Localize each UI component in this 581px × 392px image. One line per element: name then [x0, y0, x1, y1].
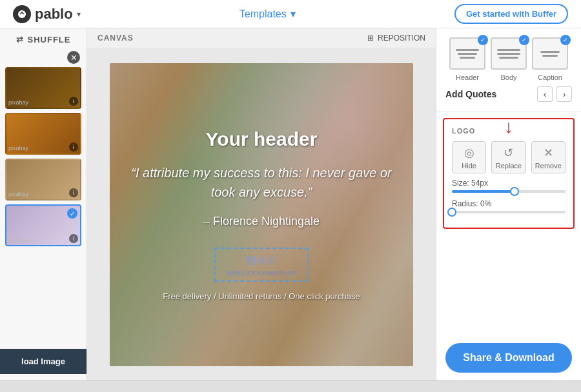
header-line1	[456, 49, 479, 51]
replace-icon: ↺	[504, 146, 513, 160]
size-slider-thumb[interactable]	[510, 187, 519, 196]
caption-style-label: Caption	[538, 74, 562, 81]
canvas-toolbar: CANVAS ⊞ REPOSITION	[87, 28, 436, 48]
reposition-button[interactable]: ⊞ REPOSITION	[367, 34, 425, 43]
templates-chevron-icon: ▾	[290, 8, 296, 20]
eye-icon: ◎	[464, 146, 474, 160]
canvas-logo-box[interactable]: 魑令の https://www.example.net	[214, 248, 309, 282]
top-nav: pablo ▾ Templates ▾ Get started with Buf…	[0, 0, 581, 28]
shuffle-label: SHUFFLE	[28, 35, 71, 44]
info-icon: i	[69, 234, 78, 243]
shuffle-button[interactable]: ⇄ SHUFFLE	[16, 35, 71, 44]
list-item[interactable]: pixabay i ✓	[5, 204, 81, 246]
templates-label: Templates	[240, 8, 287, 20]
panel-spacer	[436, 235, 581, 335]
remove-icon: ✕	[544, 146, 553, 160]
reposition-label: REPOSITION	[378, 34, 425, 43]
caption-line1	[540, 51, 560, 53]
body-style-col: ✓ Body	[491, 37, 527, 81]
logo-section: ↓ LOGO ◎ Hide ↺ Replace ✕ Remove Size: 5…	[443, 118, 575, 229]
selected-check: ✓	[67, 208, 77, 219]
logo-hide-button[interactable]: ◎ Hide	[452, 141, 486, 173]
nav-arrows: ‹ ›	[537, 86, 572, 102]
logo-text-line2: https://www.example.net	[226, 268, 297, 275]
header-style-label: Header	[456, 74, 479, 81]
logo-remove-button[interactable]: ✕ Remove	[531, 141, 566, 173]
pixabay-label: pixabay	[8, 99, 28, 106]
bottom-bar	[0, 380, 581, 392]
list-item[interactable]: pixabay i	[5, 67, 81, 109]
quotes-next-button[interactable]: ›	[556, 86, 572, 102]
shuffle-icon: ⇄	[16, 35, 24, 44]
radius-label: Radius: 0%	[452, 199, 566, 208]
logo-chevron-icon: ▾	[77, 10, 81, 19]
caption-style-button[interactable]: ✓	[532, 37, 568, 70]
logo-buttons-row: ◎ Hide ↺ Replace ✕ Remove	[452, 141, 566, 173]
radius-slider-thumb[interactable]	[447, 208, 456, 217]
pablo-logo-icon	[13, 5, 31, 23]
body-style-label: Body	[500, 74, 516, 81]
info-icon: i	[69, 97, 78, 106]
radius-slider-track	[452, 211, 566, 213]
size-slider-row: Size: 54px	[452, 179, 566, 193]
caption-line2	[542, 55, 558, 57]
right-panel: ✓ Header ✓ Body	[436, 28, 581, 380]
body-style-button[interactable]: ✓	[491, 37, 527, 70]
canvas-header-text: Your header	[206, 128, 318, 150]
canvas-area: CANVAS ⊞ REPOSITION Your header “I attri…	[87, 28, 436, 380]
header-check-icon: ✓	[478, 35, 488, 45]
remove-label: Remove	[535, 162, 562, 170]
svg-point-0	[18, 10, 26, 18]
radius-slider-row: Radius: 0%	[452, 199, 566, 213]
pixabay-label: pixabay	[8, 145, 28, 152]
canvas-attribution-text: – Florence Nightingale	[203, 215, 320, 228]
logo-area[interactable]: pablo ▾	[13, 5, 81, 23]
caption-check-icon: ✓	[560, 35, 571, 45]
list-item[interactable]: pixabay i	[5, 159, 81, 201]
logo-text-line1: 魑令の	[226, 254, 297, 268]
body-line1	[497, 49, 520, 51]
close-button[interactable]: ✕	[67, 51, 80, 64]
share-download-button[interactable]: Share & Download	[445, 343, 572, 373]
header-style-col: ✓ Header	[449, 37, 485, 81]
add-quotes-row: Add Quotes ‹ ›	[445, 86, 572, 102]
text-styles-section: ✓ Header ✓ Body	[436, 28, 581, 112]
header-line2	[458, 53, 477, 55]
red-arrow-icon: ↓	[504, 118, 513, 136]
header-line3	[460, 57, 475, 59]
canvas-logo-text: 魑令の https://www.example.net	[226, 254, 297, 275]
body-line2	[497, 53, 520, 55]
info-icon: i	[69, 188, 78, 197]
canvas-image[interactable]: Your header “I attribute my success to t…	[110, 63, 413, 366]
upload-image-button[interactable]: load Image	[0, 349, 87, 374]
image-list: pixabay i pixabay i pixabay i pixabay i …	[0, 67, 87, 349]
info-icon: i	[69, 142, 78, 152]
add-quotes-label: Add Quotes	[445, 89, 496, 99]
templates-button[interactable]: Templates ▾	[240, 8, 296, 20]
text-style-row: ✓ Header ✓ Body	[445, 37, 572, 81]
quotes-prev-button[interactable]: ‹	[537, 86, 553, 102]
size-label: Size: 54px	[452, 179, 566, 188]
hide-label: Hide	[462, 162, 476, 170]
caption-style-col: ✓ Caption	[532, 37, 568, 81]
pixabay-label: pixabay	[8, 237, 28, 243]
pixabay-label: pixabay	[8, 191, 28, 197]
logo-text: pablo	[35, 6, 73, 23]
get-started-button[interactable]: Get started with Buffer	[454, 4, 568, 24]
size-slider-fill	[452, 190, 515, 193]
canvas-wrapper: Your header “I attribute my success to t…	[87, 48, 436, 380]
canvas-footer-text: Free delivery / Unlimited returns / One …	[163, 291, 360, 301]
logo-replace-button[interactable]: ↺ Replace	[491, 141, 525, 173]
main-area: ⇄ SHUFFLE ✕ pixabay i pixabay i pixabay …	[0, 28, 581, 380]
reposition-icon: ⊞	[367, 34, 374, 43]
canvas-label: CANVAS	[97, 34, 134, 43]
list-item[interactable]: pixabay i	[5, 113, 81, 155]
body-check-icon: ✓	[519, 35, 529, 45]
canvas-content: Your header “I attribute my success to t…	[110, 63, 413, 366]
canvas-quote-text: “I attribute my success to this: I never…	[129, 163, 394, 202]
left-sidebar: ⇄ SHUFFLE ✕ pixabay i pixabay i pixabay …	[0, 28, 87, 380]
replace-label: Replace	[496, 162, 522, 170]
size-slider-track	[452, 190, 566, 193]
header-style-button[interactable]: ✓	[449, 37, 485, 70]
body-line3	[499, 57, 518, 59]
